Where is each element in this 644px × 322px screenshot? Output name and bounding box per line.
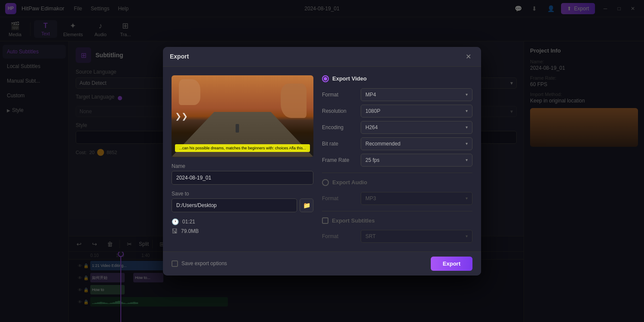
save-options-row: Save export options xyxy=(172,260,431,267)
rock-left xyxy=(179,79,200,105)
save-export-options-label: Save export options xyxy=(181,260,227,266)
file-icon: 🖫 xyxy=(172,228,178,235)
format-arrow-icon: ▾ xyxy=(466,92,468,97)
file-size-value: 79.0MB xyxy=(181,228,199,234)
resolution-arrow-icon: ▾ xyxy=(466,108,468,113)
bitrate-label: Bit rate xyxy=(322,141,356,147)
modal-stats: 🕐 01:21 🖫 79.0MB xyxy=(172,218,313,235)
bitrate-option-row: Bit rate Recommended ▾ xyxy=(322,137,472,150)
name-input[interactable] xyxy=(172,171,313,185)
format-label: Format xyxy=(322,92,356,98)
bitrate-arrow-icon: ▾ xyxy=(466,141,468,146)
encoding-arrow-icon: ▾ xyxy=(466,125,468,130)
modal-close-button[interactable]: ✕ xyxy=(462,50,474,62)
resolution-label: Resolution xyxy=(322,108,356,114)
modal-divider-2 xyxy=(322,211,472,211)
subtitle-format-row: Format SRT ▾ xyxy=(322,230,472,243)
encoding-label: Encoding xyxy=(322,124,356,130)
save-to-input[interactable] xyxy=(172,198,297,212)
bitrate-select[interactable]: Recommended ▾ xyxy=(361,137,472,150)
framerate-arrow-icon: ▾ xyxy=(466,158,468,162)
format-select[interactable]: MP4 ▾ xyxy=(361,88,472,101)
export-modal: Export ✕ ❯❯ ...can his possible xyxy=(163,47,481,276)
video-nav-prev-button[interactable]: ❯❯ xyxy=(175,111,188,121)
audio-format-label: Format xyxy=(322,195,356,201)
video-options-group: Format MP4 ▾ Resolution 1080P ▾ xyxy=(322,88,472,167)
video-preview: ❯❯ ...can his possible dreams, matches t… xyxy=(172,75,313,157)
subtitle-format-arrow-icon: ▾ xyxy=(466,234,468,238)
resolution-select[interactable]: 1080P ▾ xyxy=(361,105,472,118)
export-audio-label: Export Audio xyxy=(332,179,367,186)
export-subtitles-label: Export Subtitles xyxy=(332,217,375,224)
framerate-label: Frame Rate xyxy=(322,157,356,163)
subtitle-format-value: SRT xyxy=(365,233,376,239)
clock-icon: 🕐 xyxy=(172,218,179,225)
export-video-radio[interactable] xyxy=(322,75,329,82)
name-field-group: Name xyxy=(172,163,313,185)
save-to-field-group: Save to 📁 xyxy=(172,191,313,212)
export-subtitles-option[interactable]: Export Subtitles xyxy=(322,217,472,224)
modal-title: Export xyxy=(170,53,462,60)
resolution-option-row: Resolution 1080P ▾ xyxy=(322,105,472,118)
person-silhouette xyxy=(236,124,239,133)
export-video-option[interactable]: Export Video xyxy=(322,75,472,82)
format-value: MP4 xyxy=(365,92,376,98)
export-audio-option[interactable]: Export Audio xyxy=(322,179,472,186)
modal-divider-1 xyxy=(322,173,472,173)
export-subtitles-checkbox[interactable] xyxy=(322,217,328,224)
audio-format-row: Format MP3 ▾ xyxy=(322,192,472,205)
modal-right: Export Video Format MP4 ▾ Resolution xyxy=(322,75,472,243)
subtitle-format-label: Format xyxy=(322,233,356,239)
modal-export-button[interactable]: Export xyxy=(431,257,472,271)
encoding-select[interactable]: H264 ▾ xyxy=(361,121,472,134)
audio-format-value: MP3 xyxy=(365,195,376,201)
bitrate-value: Recommended xyxy=(365,141,400,147)
framerate-value: 25 fps xyxy=(365,157,380,163)
save-to-row: 📁 xyxy=(172,198,313,212)
modal-left: ❯❯ ...can his possible dreams, matches t… xyxy=(172,75,313,243)
name-field-label: Name xyxy=(172,163,313,169)
encoding-option-row: Encoding H264 ▾ xyxy=(322,121,472,134)
video-preview-image: ❯❯ ...can his possible dreams, matches t… xyxy=(172,75,313,157)
framerate-select[interactable]: 25 fps ▾ xyxy=(361,154,472,167)
format-option-row: Format MP4 ▾ xyxy=(322,88,472,101)
browse-folder-button[interactable]: 📁 xyxy=(300,198,313,212)
save-to-label: Save to xyxy=(172,191,313,197)
export-video-label: Export Video xyxy=(332,75,367,82)
subtitle-format-select: SRT ▾ xyxy=(361,230,472,243)
size-stat: 🖫 79.0MB xyxy=(172,228,313,235)
save-export-options-checkbox[interactable] xyxy=(172,260,178,267)
video-subtitle-overlay: ...can his possible dreams, matches the … xyxy=(175,144,310,152)
export-audio-radio[interactable] xyxy=(322,179,329,186)
duration-value: 01:21 xyxy=(182,219,195,225)
audio-format-arrow-icon: ▾ xyxy=(466,196,468,201)
duration-stat: 🕐 01:21 xyxy=(172,218,313,225)
modal-overlay: Export ✕ ❯❯ ...can his possible xyxy=(0,0,644,322)
audio-format-select: MP3 ▾ xyxy=(361,192,472,205)
framerate-option-row: Frame Rate 25 fps ▾ xyxy=(322,154,472,167)
modal-header: Export ✕ xyxy=(163,47,481,67)
encoding-value: H264 xyxy=(365,124,378,130)
rock-right xyxy=(281,84,307,118)
resolution-value: 1080P xyxy=(365,108,380,114)
modal-body: ❯❯ ...can his possible dreams, matches t… xyxy=(163,67,481,251)
modal-footer: Save export options Export xyxy=(163,251,481,276)
